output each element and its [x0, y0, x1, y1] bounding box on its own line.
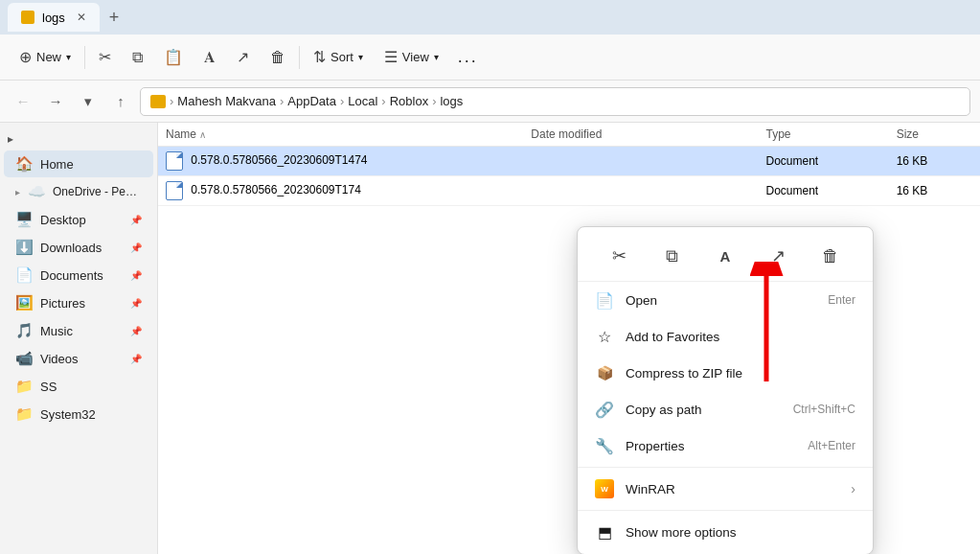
ctx-favorites-item[interactable]: ☆ Add to Favorites — [578, 318, 873, 355]
sidebar-item-onedrive[interactable]: ▸ ☁️ OneDrive - Perso — [4, 178, 153, 205]
sidebar-item-pictures[interactable]: 🖼️ Pictures 📌 — [4, 289, 153, 316]
ctx-copypath-item[interactable]: 🔗 Copy as path Ctrl+Shift+C — [578, 391, 873, 427]
file-name-1[interactable]: 0.578.0.5780566_20230609T1474 — [158, 147, 523, 176]
sidebar-item-desktop[interactable]: 🖥️ Desktop 📌 — [4, 206, 153, 233]
paste-icon: 📋 — [164, 48, 183, 66]
file-size-1: 16 KB — [889, 147, 980, 176]
ctx-compress-item[interactable]: 📦 Compress to ZIP file — [578, 355, 873, 391]
recent-button[interactable]: ▾ — [75, 88, 102, 115]
breadcrumb[interactable]: › Mahesh Makvana › AppData › Local › Rob… — [140, 87, 970, 116]
downloads-icon: ⬇️ — [15, 239, 33, 256]
folder-tab-icon — [21, 11, 34, 24]
ctx-properties-item[interactable]: 🔧 Properties Alt+Enter — [578, 427, 873, 464]
share-button[interactable]: ↗ — [227, 43, 259, 71]
col-header-date[interactable]: Date modified — [523, 123, 758, 147]
file-doc-icon-1 — [166, 151, 183, 171]
copy-button[interactable]: ⧉ — [123, 44, 152, 71]
share-icon: ↗ — [237, 48, 249, 66]
new-icon: ⊕ — [19, 48, 32, 66]
file-name-2[interactable]: 0.578.0.5780566_20230609T174 — [158, 176, 523, 206]
videos-pin: 📌 — [130, 354, 142, 364]
breadcrumb-roblox[interactable]: Roblox — [390, 94, 428, 108]
ctx-favorites-icon: ☆ — [595, 327, 614, 346]
ctx-properties-icon: 🔧 — [595, 436, 614, 455]
tab-bar: logs ✕ + — [0, 0, 980, 35]
view-label: View — [402, 50, 429, 64]
music-pin: 📌 — [130, 326, 142, 336]
new-tab-button[interactable]: + — [103, 8, 125, 28]
address-bar: ← → ▾ ↑ › Mahesh Makvana › AppData › Loc… — [0, 81, 980, 123]
sidebar-item-ss[interactable]: 📁 SS — [4, 373, 153, 400]
file-date-2 — [523, 176, 758, 206]
sidebar: ▸ 🏠 Home ▸ ☁️ OneDrive - Perso 🖥️ Deskto… — [0, 123, 158, 554]
sidebar-label-pictures: Pictures — [40, 296, 85, 311]
documents-icon: 📄 — [15, 266, 33, 284]
ctx-copypath-icon: 🔗 — [595, 400, 614, 419]
paste-button[interactable]: 📋 — [154, 43, 193, 71]
breadcrumb-makvana[interactable]: Mahesh Makvana — [177, 94, 276, 108]
more-button[interactable]: ... — [450, 42, 486, 72]
ctx-showmore-item[interactable]: ⬒ Show more options — [578, 514, 873, 550]
view-chevron: ▾ — [434, 52, 439, 62]
onedrive-icon: ☁️ — [28, 183, 45, 200]
ctx-winrar-arrow: › — [851, 481, 855, 496]
ctx-compress-label: Compress to ZIP file — [626, 366, 855, 381]
forward-button[interactable]: → — [42, 88, 69, 115]
rename-button[interactable]: 𝐀 — [194, 44, 225, 71]
tab-close-btn[interactable]: ✕ — [77, 11, 86, 24]
sidebar-label-ss: SS — [40, 380, 57, 394]
cut-button[interactable]: ✂ — [89, 43, 121, 71]
up-button[interactable]: ↑ — [107, 88, 134, 115]
breadcrumb-local[interactable]: Local — [348, 94, 377, 108]
ctx-open-item[interactable]: 📄 Open Enter — [578, 282, 873, 318]
home-icon: 🏠 — [15, 155, 33, 173]
file-type-1: Document — [758, 147, 888, 176]
new-chevron: ▾ — [66, 52, 71, 62]
main-toolbar: ⊕ New ▾ ✂ ⧉ 📋 𝐀 ↗ 🗑 ⇅ Sort ▾ ☰ View ▾ ..… — [0, 35, 980, 81]
sidebar-label-system32: System32 — [40, 407, 96, 422]
ctx-share-button[interactable]: ↗ — [761, 239, 795, 273]
ctx-open-label: Open — [626, 293, 816, 308]
col-header-name[interactable]: Name ∧ — [158, 123, 523, 147]
ctx-open-shortcut: Enter — [828, 293, 855, 307]
ctx-delete-button[interactable]: 🗑 — [813, 239, 848, 273]
sidebar-expand-icon: ▸ — [15, 187, 20, 197]
sidebar-item-home[interactable]: 🏠 Home — [4, 150, 153, 177]
ss-icon: 📁 — [15, 378, 33, 395]
delete-button[interactable]: 🗑 — [261, 44, 295, 71]
sidebar-expand-home[interactable]: ▸ — [0, 128, 157, 150]
sort-chevron: ▾ — [358, 52, 363, 62]
file-type-2: Document — [758, 176, 888, 206]
sidebar-item-documents[interactable]: 📄 Documents 📌 — [4, 262, 153, 289]
sidebar-label-home: Home — [40, 157, 74, 172]
ctx-winrar-icon: W — [595, 479, 614, 498]
ctx-cut-button[interactable]: ✂ — [603, 239, 637, 273]
tab-logs[interactable]: logs ✕ — [8, 3, 100, 32]
ctx-showmore-label: Show more options — [626, 525, 855, 540]
cut-icon: ✂ — [99, 48, 111, 66]
ctx-properties-label: Properties — [626, 439, 796, 453]
table-row[interactable]: 0.578.0.5780566_20230609T1474 Document 1… — [158, 147, 980, 176]
col-header-size[interactable]: Size — [889, 123, 980, 147]
sidebar-item-videos[interactable]: 📹 Videos 📌 — [4, 345, 153, 372]
new-button[interactable]: ⊕ New ▾ — [10, 43, 80, 71]
breadcrumb-logs[interactable]: logs — [440, 94, 463, 108]
breadcrumb-appdata[interactable]: AppData — [287, 94, 336, 108]
main-layout: ▸ 🏠 Home ▸ ☁️ OneDrive - Perso 🖥️ Deskto… — [0, 123, 980, 554]
table-row[interactable]: 0.578.0.5780566_20230609T174 Document 16… — [158, 176, 980, 206]
view-button[interactable]: ☰ View ▾ — [375, 43, 448, 71]
sort-button[interactable]: ⇅ Sort ▾ — [304, 43, 373, 71]
sidebar-item-system32[interactable]: 📁 System32 — [4, 401, 153, 427]
sidebar-item-music[interactable]: 🎵 Music 📌 — [4, 317, 153, 344]
back-button[interactable]: ← — [10, 88, 36, 115]
ctx-winrar-item[interactable]: W WinRAR › — [578, 471, 873, 507]
delete-icon: 🗑 — [270, 49, 285, 66]
file-pane: Name ∧ Date modified Type Size — [158, 123, 980, 554]
ctx-rename-button[interactable]: A — [708, 239, 742, 273]
ctx-copy-button[interactable]: ⧉ — [655, 239, 690, 273]
col-header-type[interactable]: Type — [758, 123, 888, 147]
sidebar-item-downloads[interactable]: ⬇️ Downloads 📌 — [4, 234, 153, 261]
ctx-separator-1 — [578, 467, 873, 468]
pictures-pin: 📌 — [130, 298, 142, 309]
desktop-pin: 📌 — [130, 215, 142, 225]
